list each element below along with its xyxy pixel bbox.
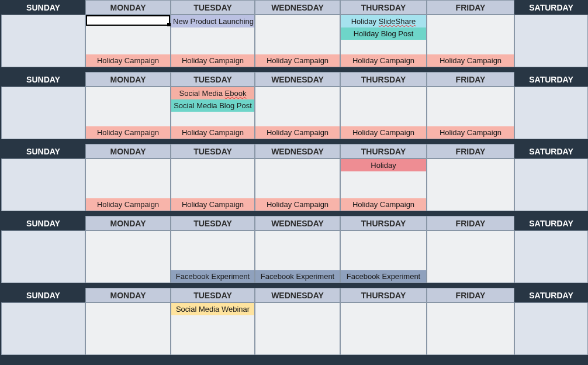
week-2: SUNDAY MONDAY TUESDAY WEDNESDAY THURSDAY… (0, 72, 588, 139)
event-holiday-campaign[interactable]: Holiday Campaign (341, 126, 426, 139)
event-social-media-webinar[interactable]: Social Media Webinar (171, 303, 254, 315)
event-holiday-campaign[interactable]: Holiday Campaign (427, 54, 514, 67)
event-holiday-campaign[interactable]: Holiday Campaign (255, 126, 340, 139)
day-header-wednesday: WEDNESDAY (255, 72, 340, 87)
day-header-tuesday: TUESDAY (171, 216, 255, 230)
day-header-wednesday: WEDNESDAY (255, 216, 340, 230)
week-4-header: SUNDAY MONDAY TUESDAY WEDNESDAY THURSDAY… (0, 216, 588, 230)
day-header-tuesday: TUESDAY (171, 0, 255, 15)
day-cell-fri[interactable] (427, 159, 514, 211)
day-header-friday: FRIDAY (427, 72, 514, 87)
day-cell-wed[interactable]: Holiday Campaign (255, 15, 340, 67)
day-cell-mon[interactable]: Holiday Campaign (85, 15, 171, 67)
day-cell-fri[interactable]: Holiday Campaign (427, 15, 514, 67)
day-header-friday: FRIDAY (427, 288, 514, 302)
week-2-header: SUNDAY MONDAY TUESDAY WEDNESDAY THURSDAY… (0, 72, 588, 87)
day-cell-tue[interactable]: New Product Launching Holiday Campaign (171, 15, 255, 67)
day-cell-sun[interactable] (1, 159, 85, 211)
event-social-media-ebook[interactable]: Social Media Ebook (171, 87, 254, 99)
day-cell-thu[interactable]: Facebook Experiment (340, 230, 427, 283)
day-header-tuesday: TUESDAY (171, 144, 255, 159)
week-4-body: Facebook Experiment Facebook Experiment … (0, 230, 588, 283)
day-cell-tue[interactable]: Social Media Webinar (171, 302, 255, 355)
event-holiday[interactable]: Holiday (341, 159, 426, 171)
day-header-wednesday: WEDNESDAY (255, 288, 340, 302)
event-holiday-campaign[interactable]: Holiday Campaign (171, 54, 254, 67)
event-holiday-campaign[interactable]: Holiday Campaign (341, 54, 426, 67)
day-header-sunday: SUNDAY (1, 288, 85, 302)
day-header-saturday: SATURDAY (514, 216, 588, 230)
day-header-saturday: SATURDAY (514, 144, 588, 159)
day-header-monday: MONDAY (85, 0, 171, 15)
day-header-monday: MONDAY (85, 288, 171, 302)
day-cell-sat[interactable] (514, 15, 588, 67)
day-cell-mon[interactable] (85, 302, 171, 355)
week-3-body: Holiday Campaign Holiday Campaign Holida… (0, 159, 588, 211)
day-header-wednesday: WEDNESDAY (255, 144, 340, 159)
spellcheck-mark: Ebook (225, 89, 247, 98)
week-3-header: SUNDAY MONDAY TUESDAY WEDNESDAY THURSDAY… (0, 144, 588, 159)
event-new-product-launching[interactable]: New Product Launching (171, 15, 254, 27)
day-cell-sun[interactable] (1, 87, 85, 139)
event-facebook-experiment[interactable]: Facebook Experiment (171, 270, 254, 283)
day-cell-sat[interactable] (514, 87, 588, 139)
day-cell-wed[interactable]: Holiday Campaign (255, 159, 340, 211)
day-header-tuesday: TUESDAY (171, 72, 255, 87)
day-cell-sat[interactable] (514, 302, 588, 355)
day-header-friday: FRIDAY (427, 144, 514, 159)
day-cell-tue[interactable]: Holiday Campaign (171, 159, 255, 211)
day-cell-sun[interactable] (1, 302, 85, 355)
day-cell-fri[interactable]: Holiday Campaign (427, 87, 514, 139)
week-5-body: Social Media Webinar (0, 302, 588, 355)
week-1-header: SUNDAY MONDAY TUESDAY WEDNESDAY THURSDAY… (0, 0, 588, 15)
event-holiday-campaign[interactable]: Holiday Campaign (86, 198, 170, 211)
day-cell-wed[interactable] (255, 302, 340, 355)
day-cell-sun[interactable] (1, 15, 85, 67)
event-facebook-experiment[interactable]: Facebook Experiment (255, 270, 340, 283)
day-cell-thu[interactable]: Holiday Holiday Campaign (340, 159, 427, 211)
event-holiday-slideshare[interactable]: Holiday SlideShare (341, 15, 426, 27)
event-holiday-campaign[interactable]: Holiday Campaign (341, 198, 426, 211)
day-cell-sun[interactable] (1, 230, 85, 283)
day-header-monday: MONDAY (85, 144, 171, 159)
event-facebook-experiment[interactable]: Facebook Experiment (341, 270, 426, 283)
event-holiday-blog-post[interactable]: Holiday Blog Post (341, 27, 426, 40)
event-holiday-campaign[interactable]: Holiday Campaign (86, 126, 170, 139)
day-cell-fri[interactable] (427, 230, 514, 283)
week-5: SUNDAY MONDAY TUESDAY WEDNESDAY THURSDAY… (0, 288, 588, 355)
event-holiday-campaign[interactable]: Holiday Campaign (171, 198, 254, 211)
day-cell-thu[interactable] (340, 302, 427, 355)
day-header-thursday: THURSDAY (340, 288, 427, 302)
day-header-tuesday: TUESDAY (171, 288, 255, 302)
day-cell-tue[interactable]: Social Media Ebook Social Media Blog Pos… (171, 87, 255, 139)
calendar-page: SUNDAY MONDAY TUESDAY WEDNESDAY THURSDAY… (0, 0, 588, 365)
week-1: SUNDAY MONDAY TUESDAY WEDNESDAY THURSDAY… (0, 0, 588, 67)
spellcheck-mark: SlideShare (379, 17, 416, 26)
event-holiday-campaign[interactable]: Holiday Campaign (86, 54, 170, 67)
day-header-thursday: THURSDAY (340, 0, 427, 15)
day-cell-mon[interactable]: Holiday Campaign (85, 159, 171, 211)
day-header-sunday: SUNDAY (1, 72, 85, 87)
event-holiday-campaign[interactable]: Holiday Campaign (171, 126, 254, 139)
day-cell-fri[interactable] (427, 302, 514, 355)
event-holiday-campaign[interactable]: Holiday Campaign (427, 126, 514, 139)
day-header-sunday: SUNDAY (1, 216, 85, 230)
event-social-media-blog-post[interactable]: Social Media Blog Post (171, 99, 254, 112)
day-header-thursday: THURSDAY (340, 216, 427, 230)
event-holiday-campaign[interactable]: Holiday Campaign (255, 54, 340, 67)
day-header-thursday: THURSDAY (340, 144, 427, 159)
day-cell-mon[interactable]: Holiday Campaign (85, 87, 171, 139)
day-cell-wed[interactable]: Holiday Campaign (255, 87, 340, 139)
day-cell-tue[interactable]: Facebook Experiment (171, 230, 255, 283)
week-4: SUNDAY MONDAY TUESDAY WEDNESDAY THURSDAY… (0, 216, 588, 283)
day-header-sunday: SUNDAY (1, 0, 85, 15)
day-header-friday: FRIDAY (427, 0, 514, 15)
day-cell-sat[interactable] (514, 159, 588, 211)
day-header-monday: MONDAY (85, 216, 171, 230)
event-holiday-campaign[interactable]: Holiday Campaign (255, 198, 340, 211)
day-cell-sat[interactable] (514, 230, 588, 283)
day-cell-thu[interactable]: Holiday Campaign (340, 87, 427, 139)
day-cell-mon[interactable] (85, 230, 171, 283)
day-cell-wed[interactable]: Facebook Experiment (255, 230, 340, 283)
day-cell-thu[interactable]: Holiday SlideShare Holiday Blog Post Hol… (340, 15, 427, 67)
